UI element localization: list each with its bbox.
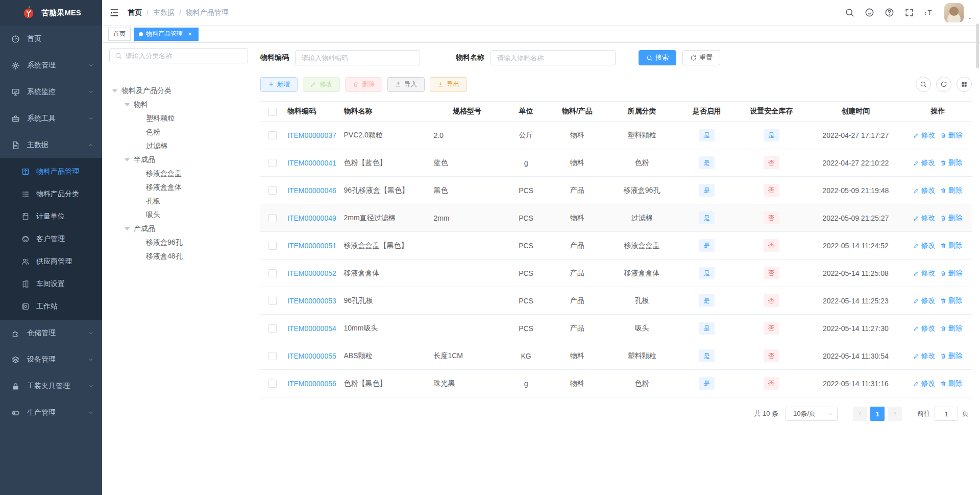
delete-button[interactable]: 删除 [345,77,382,92]
tab-close-icon[interactable]: × [186,31,193,38]
row-edit-link[interactable]: 修改 [913,379,935,388]
row-checkbox[interactable] [268,214,277,222]
item-code-link[interactable]: ITEM00000055 [287,352,336,360]
sidebar-subitem[interactable]: 车间设置 [0,273,102,295]
row-delete-link[interactable]: 删除 [940,296,962,305]
row-checkbox[interactable] [268,352,277,360]
item-code-link[interactable]: ITEM00000037 [287,131,336,139]
avatar[interactable] [944,3,964,22]
row-edit-link[interactable]: 修改 [913,296,935,305]
header-search-icon[interactable] [845,8,854,17]
fullscreen-icon[interactable] [904,8,914,17]
row-delete-link[interactable]: 删除 [940,379,962,388]
row-edit-link[interactable]: 修改 [913,241,935,250]
item-code-link[interactable]: ITEM00000049 [287,214,336,222]
row-edit-link[interactable]: 修改 [913,351,935,361]
category-search-input[interactable] [126,52,242,60]
edit-button[interactable]: 修改 [303,77,340,92]
row-edit-link[interactable]: 修改 [913,269,935,278]
refresh-table-button[interactable] [936,77,951,92]
tree-node[interactable]: 移液盒96孔 [109,235,248,249]
row-checkbox[interactable] [268,297,277,305]
row-delete-link[interactable]: 删除 [940,324,962,333]
item-code-link[interactable]: ITEM00000041 [287,159,336,167]
item-code-link[interactable]: ITEM00000053 [287,297,336,305]
item-code-link[interactable]: ITEM00000054 [287,324,336,333]
next-page-button[interactable] [888,407,902,421]
tree-node[interactable]: 孔板 [109,194,248,208]
sidebar-subitem[interactable]: 计量单位 [0,205,102,228]
toggle-search-button[interactable] [916,77,931,92]
row-checkbox[interactable] [268,269,277,277]
row-edit-link[interactable]: 修改 [913,131,935,140]
tree-node[interactable]: 色粉 [109,125,248,139]
tree-node[interactable]: 半成品 [109,153,248,167]
tree-node[interactable]: 物料及产品分类 [109,84,248,98]
sidebar-subitem[interactable]: 工作站 [0,295,102,318]
column-settings-button[interactable] [957,77,972,92]
tab-home[interactable]: 首页 [108,28,131,41]
prev-page-button[interactable] [853,407,867,421]
row-checkbox[interactable] [268,159,277,167]
page-size-select[interactable]: 10条/页 [786,407,838,421]
add-button[interactable]: 新增 [260,77,298,92]
row-checkbox[interactable] [268,324,277,333]
row-checkbox[interactable] [268,186,277,195]
github-icon[interactable] [865,8,874,17]
hamburger-icon[interactable] [109,8,119,18]
sidebar-subitem[interactable]: 供应商管理 [0,250,102,273]
tree-caret-down-icon[interactable] [112,89,117,95]
page-number-1[interactable]: 1 [870,407,885,421]
sidebar-item[interactable]: 生产管理 [0,399,102,426]
help-icon[interactable] [885,8,894,17]
user-menu[interactable] [944,3,973,22]
row-delete-link[interactable]: 删除 [940,214,962,223]
tree-node[interactable]: 移液盒48孔 [109,249,248,263]
material-name-input[interactable] [491,50,616,65]
sidebar-item[interactable]: 工装夹具管理 [0,373,102,399]
search-button[interactable]: 搜索 [639,50,676,65]
item-code-link[interactable]: ITEM00000056 [287,380,336,388]
tree-node[interactable]: 移液盒盒盖 [109,167,248,180]
row-checkbox[interactable] [268,380,277,388]
row-delete-link[interactable]: 删除 [940,269,962,278]
sidebar-subitem[interactable]: 客户管理 [0,228,102,250]
tree-node[interactable]: 产成品 [109,222,248,235]
row-delete-link[interactable]: 删除 [940,241,962,250]
row-edit-link[interactable]: 修改 [913,186,935,195]
import-button[interactable]: 导入 [387,77,425,92]
row-edit-link[interactable]: 修改 [913,324,935,333]
row-delete-link[interactable]: 删除 [940,158,962,168]
reset-button[interactable]: 重置 [682,50,720,65]
row-delete-link[interactable]: 删除 [940,186,962,195]
tree-node[interactable]: 塑料颗粒 [109,111,248,125]
tree-node[interactable]: 物料 [109,98,248,111]
breadcrumb-item-home[interactable]: 首页 [128,8,142,17]
tree-caret-down-icon[interactable] [125,103,130,109]
row-edit-link[interactable]: 修改 [913,158,935,168]
row-delete-link[interactable]: 删除 [940,131,962,140]
tree-node[interactable]: 过滤棉 [109,139,248,153]
sidebar-item[interactable]: 仓储管理 [0,320,102,346]
font-size-icon[interactable]: tT [924,8,934,17]
sidebar-item[interactable]: 主数据 [0,132,102,158]
sidebar-subitem[interactable]: 物料产品分类 [0,183,102,205]
select-all-checkbox[interactable] [268,108,277,116]
item-code-link[interactable]: ITEM00000046 [287,186,336,195]
sidebar-item[interactable]: 首页 [0,26,102,52]
tree-caret-down-icon[interactable] [125,158,130,164]
sidebar-item[interactable]: 设备管理 [0,346,102,373]
tree-node[interactable]: 吸头 [109,208,248,222]
item-code-link[interactable]: ITEM00000052 [287,269,336,277]
sidebar-item[interactable]: 系统工具 [0,105,102,132]
app-logo-row[interactable]: 苦糖果MES [0,0,102,26]
item-code-link[interactable]: ITEM00000051 [287,242,336,250]
row-edit-link[interactable]: 修改 [913,214,935,223]
goto-page-input[interactable] [935,407,958,421]
tree-caret-down-icon[interactable] [125,227,130,233]
row-checkbox[interactable] [268,131,277,139]
sidebar-item[interactable]: 系统管理 [0,52,102,79]
row-delete-link[interactable]: 删除 [940,351,962,361]
scrollbar[interactable] [976,23,979,68]
material-code-input[interactable] [295,50,420,65]
